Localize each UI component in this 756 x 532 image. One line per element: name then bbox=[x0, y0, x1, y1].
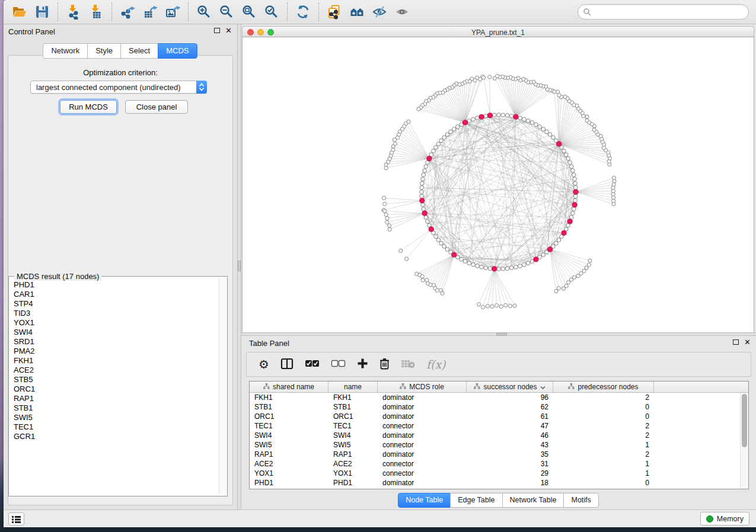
table-row[interactable]: FKH1FKH1dominator962 bbox=[250, 393, 748, 402]
close-panel-icon[interactable]: ✕ bbox=[225, 27, 232, 34]
network-canvas[interactable] bbox=[242, 37, 754, 332]
export-image-button[interactable] bbox=[161, 2, 184, 22]
tab-node-table[interactable]: Node Table bbox=[398, 493, 451, 508]
search-network-button[interactable] bbox=[346, 2, 368, 22]
network-node[interactable] bbox=[432, 149, 436, 153]
mcds-node[interactable] bbox=[492, 267, 497, 271]
zoom-fit-button[interactable] bbox=[238, 2, 260, 22]
zoom-out-button[interactable] bbox=[215, 2, 238, 22]
mcds-result-item[interactable]: PHD1 bbox=[9, 280, 219, 290]
table-scrollbar[interactable] bbox=[740, 393, 748, 489]
column-header-shared-name[interactable]: shared name bbox=[250, 382, 328, 392]
import-table-button[interactable] bbox=[85, 2, 107, 22]
clone-network-button[interactable] bbox=[323, 2, 346, 22]
table-settings-button[interactable]: ⚙ bbox=[259, 358, 269, 370]
network-node[interactable] bbox=[449, 130, 453, 134]
network-node[interactable] bbox=[530, 121, 534, 125]
network-node[interactable] bbox=[526, 261, 530, 265]
float-window-icon[interactable] bbox=[214, 28, 220, 33]
mcds-result-item[interactable]: ORC1 bbox=[9, 384, 219, 394]
deselect-all-button[interactable] bbox=[331, 360, 346, 369]
satellite-node[interactable] bbox=[421, 278, 425, 282]
tab-style[interactable]: Style bbox=[87, 43, 121, 59]
mcds-list-scrollbar[interactable] bbox=[219, 277, 227, 495]
run-mcds-button[interactable]: Run MCDS bbox=[60, 100, 117, 114]
float-window-icon[interactable] bbox=[733, 339, 739, 345]
network-node[interactable] bbox=[538, 125, 542, 129]
satellite-node[interactable] bbox=[384, 213, 388, 216]
search-box[interactable] bbox=[578, 4, 749, 20]
network-node[interactable] bbox=[467, 261, 471, 265]
network-node[interactable] bbox=[541, 127, 546, 132]
mcds-node[interactable] bbox=[462, 120, 467, 125]
network-node[interactable] bbox=[568, 161, 572, 165]
column-header-predecessor-nodes[interactable]: predecessor nodes bbox=[553, 382, 654, 392]
network-node[interactable] bbox=[488, 267, 492, 271]
network-node[interactable] bbox=[522, 262, 527, 267]
network-node[interactable] bbox=[526, 119, 530, 123]
satellite-node[interactable] bbox=[585, 118, 589, 122]
satellite-node[interactable] bbox=[508, 304, 512, 307]
network-node[interactable] bbox=[573, 181, 578, 185]
satellite-node[interactable] bbox=[557, 287, 560, 290]
network-node[interactable] bbox=[420, 190, 424, 194]
mcds-result-item[interactable]: STP4 bbox=[9, 299, 219, 309]
refresh-button[interactable] bbox=[292, 2, 314, 22]
mcds-node[interactable] bbox=[513, 114, 518, 119]
satellite-node[interactable] bbox=[481, 305, 484, 309]
satellite-node[interactable] bbox=[504, 303, 508, 307]
network-node[interactable] bbox=[564, 153, 568, 157]
mcds-node[interactable] bbox=[534, 257, 538, 262]
satellite-node[interactable] bbox=[553, 90, 556, 94]
network-node[interactable] bbox=[505, 114, 509, 118]
satellite-node[interactable] bbox=[435, 289, 439, 292]
network-node[interactable] bbox=[551, 136, 556, 140]
network-node[interactable] bbox=[573, 194, 578, 198]
mcds-node[interactable] bbox=[567, 219, 572, 224]
satellite-node[interactable] bbox=[572, 275, 576, 279]
network-node[interactable] bbox=[420, 194, 424, 198]
satellite-node[interactable] bbox=[417, 107, 420, 111]
mcds-node[interactable] bbox=[548, 247, 553, 252]
mcds-result-item[interactable]: GCR1 bbox=[9, 432, 219, 441]
network-node[interactable] bbox=[424, 165, 428, 169]
network-node[interactable] bbox=[541, 253, 546, 257]
mcds-result-item[interactable]: SRD1 bbox=[9, 337, 219, 347]
zoom-in-button[interactable] bbox=[193, 2, 215, 22]
network-node[interactable] bbox=[573, 177, 577, 181]
network-node[interactable] bbox=[571, 169, 575, 173]
network-node[interactable] bbox=[436, 238, 441, 242]
satellite-node[interactable] bbox=[425, 278, 429, 282]
mcds-result-item[interactable]: STB5 bbox=[9, 375, 219, 384]
network-node[interactable] bbox=[421, 203, 425, 207]
satellite-node[interactable] bbox=[564, 284, 568, 287]
satellite-node[interactable] bbox=[382, 196, 385, 200]
network-node[interactable] bbox=[434, 145, 438, 149]
mcds-result-item[interactable]: SWI5 bbox=[9, 413, 219, 422]
network-node[interactable] bbox=[463, 259, 467, 264]
network-node[interactable] bbox=[456, 125, 460, 129]
tab-network-table[interactable]: Network Table bbox=[502, 493, 564, 508]
satellite-node[interactable] bbox=[493, 76, 496, 80]
export-table-button[interactable] bbox=[139, 2, 161, 22]
network-node[interactable] bbox=[484, 266, 488, 270]
satellite-node[interactable] bbox=[513, 304, 516, 307]
network-node[interactable] bbox=[505, 267, 509, 271]
network-node[interactable] bbox=[421, 177, 425, 181]
mcds-result-item[interactable]: TEC1 bbox=[9, 422, 219, 432]
delete-row-button[interactable] bbox=[379, 358, 390, 371]
satellite-node[interactable] bbox=[587, 263, 591, 267]
network-node[interactable] bbox=[501, 267, 505, 271]
network-node[interactable] bbox=[571, 211, 575, 216]
search-input[interactable] bbox=[591, 6, 748, 18]
network-node[interactable] bbox=[442, 136, 446, 140]
mcds-result-item[interactable]: CAR1 bbox=[9, 290, 219, 299]
network-node[interactable] bbox=[476, 116, 480, 120]
satellite-node[interactable] bbox=[477, 303, 480, 306]
satellite-node[interactable] bbox=[387, 224, 391, 227]
mcds-result-item[interactable]: STB1 bbox=[9, 403, 219, 413]
network-node[interactable] bbox=[501, 113, 505, 117]
network-node[interactable] bbox=[484, 114, 488, 118]
satellite-node[interactable] bbox=[393, 138, 396, 142]
column-header-name[interactable]: name bbox=[328, 382, 378, 392]
